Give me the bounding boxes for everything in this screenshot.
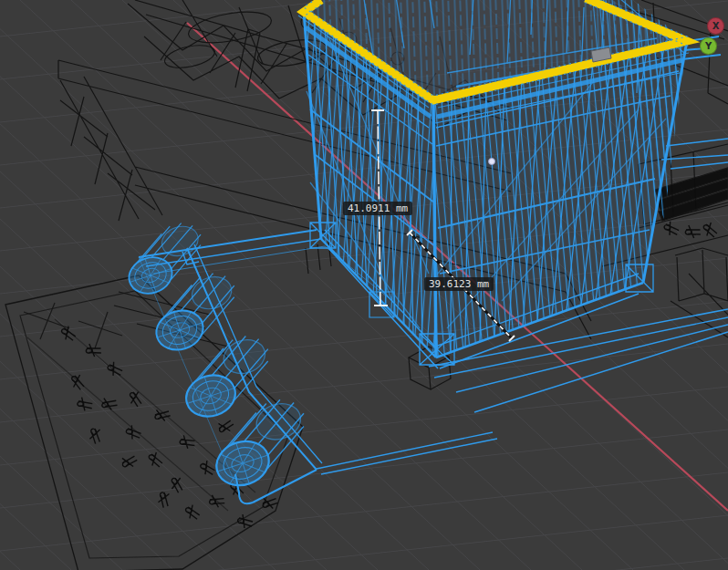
3d-viewport[interactable]: 41.0911 mm 39.6123 mm X Y bbox=[0, 0, 728, 570]
scene-wireframe bbox=[0, 0, 728, 570]
measurement-label-a[interactable]: 41.0911 mm bbox=[343, 202, 412, 215]
object-origin-dot bbox=[489, 159, 495, 165]
measurement-label-b[interactable]: 39.6123 mm bbox=[424, 277, 494, 291]
gizmo-axis-y-button[interactable]: Y bbox=[700, 37, 717, 55]
gizmo-axis-x-button[interactable]: X bbox=[707, 17, 724, 35]
